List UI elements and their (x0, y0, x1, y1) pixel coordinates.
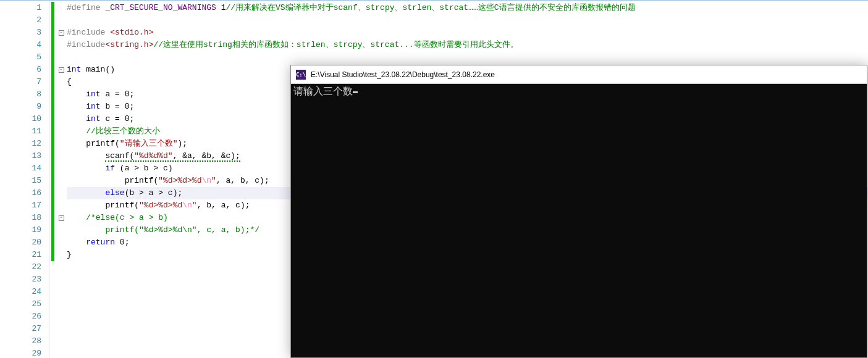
console-cursor (353, 91, 358, 93)
line-number: 26 (0, 310, 49, 323)
line-number: 23 (0, 273, 49, 286)
fold-column: --- (57, 1, 65, 358)
fold-toggle[interactable]: - (59, 215, 64, 221)
line-number: 1 (0, 2, 49, 14)
change-marker (51, 212, 54, 224)
change-marker (51, 125, 54, 138)
fold-toggle[interactable]: - (59, 30, 64, 36)
line-number: 29 (0, 348, 49, 358)
code-line[interactable] (67, 51, 868, 64)
line-number: 11 (0, 125, 49, 138)
comment: //用来解决在VS编译器中对于scanf、strcpy、strlen、strca… (225, 3, 635, 12)
preprocessor-keyword: #define (67, 3, 101, 12)
line-number: 14 (0, 162, 49, 175)
macro-name: _CRT_SECURE_NO_WARNINGS (105, 3, 216, 12)
change-marker (51, 39, 54, 51)
console-titlebar[interactable]: C:\ E:\Visual Studio\test_23.08.22\Debug… (291, 65, 867, 84)
code-line[interactable] (67, 14, 868, 27)
line-number: 15 (0, 175, 49, 187)
line-number: 2 (0, 14, 49, 27)
line-number: 24 (0, 286, 49, 298)
change-marker (51, 138, 54, 150)
line-number: 7 (0, 76, 49, 88)
change-marker (51, 64, 54, 76)
console-title: E:\Visual Studio\test_23.08.22\Debug\tes… (311, 70, 495, 79)
line-number: 22 (0, 261, 49, 273)
line-number: 4 (0, 39, 49, 51)
line-number: 9 (0, 101, 49, 113)
line-number: 28 (0, 335, 49, 348)
change-marker (51, 249, 54, 261)
code-line[interactable]: #include <stdio.h> (67, 27, 868, 39)
change-marker (51, 101, 54, 113)
line-number: 19 (0, 224, 49, 236)
line-number: 5 (0, 51, 49, 64)
change-marker (51, 113, 54, 125)
line-number-gutter: 1234567891011121314151617181920212223242… (0, 1, 49, 358)
line-number: 13 (0, 150, 49, 162)
console-output-text: 请输入三个数 (293, 85, 353, 97)
line-number: 20 (0, 236, 49, 249)
line-number: 27 (0, 323, 49, 335)
change-marker (51, 236, 54, 249)
change-marker (51, 51, 54, 64)
line-number: 8 (0, 88, 49, 101)
change-marker (51, 2, 54, 14)
console-output-area[interactable]: 请输入三个数 (291, 84, 867, 357)
line-number: 18 (0, 212, 49, 224)
line-number: 6 (0, 64, 49, 76)
line-number: 17 (0, 199, 49, 212)
line-number: 21 (0, 249, 49, 261)
change-marker (51, 76, 54, 88)
console-window[interactable]: C:\ E:\Visual Studio\test_23.08.22\Debug… (290, 65, 867, 358)
change-marker (51, 14, 54, 27)
line-number: 10 (0, 113, 49, 125)
line-number: 12 (0, 138, 49, 150)
change-marker (51, 224, 54, 236)
change-marker (51, 187, 54, 199)
line-number: 16 (0, 187, 49, 199)
change-marker (51, 150, 54, 162)
line-number: 25 (0, 298, 49, 310)
console-icon: C:\ (296, 70, 306, 80)
code-line[interactable]: #include<string.h>//这里在使用string相关的库函数如：s… (67, 39, 868, 51)
change-marker (51, 27, 54, 39)
code-line[interactable]: #define _CRT_SECURE_NO_WARNINGS 1//用来解决在… (67, 2, 868, 14)
change-marker (51, 175, 54, 187)
change-marker (51, 162, 54, 175)
line-number: 3 (0, 27, 49, 39)
fold-toggle[interactable]: - (59, 67, 64, 73)
change-marker (51, 199, 54, 212)
change-marker (51, 88, 54, 101)
change-margin (49, 1, 57, 358)
